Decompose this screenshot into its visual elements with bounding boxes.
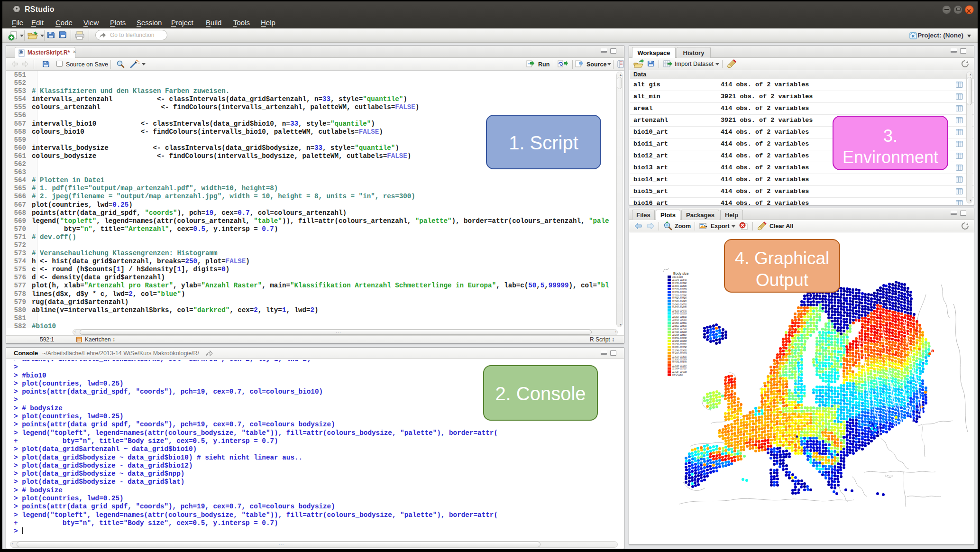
svg-text:under 21.13145: under 21.13145 xyxy=(672,276,683,278)
svg-text:22.01508 - 22.02881: 22.01508 - 22.02881 xyxy=(672,343,687,346)
svg-text:21.25150 - 21.26729: 21.25150 - 21.26729 xyxy=(672,288,687,291)
svg-text:22.18162 - 22.21629: 22.18162 - 22.21629 xyxy=(672,358,687,361)
svg-text:22.10748 - 22.14065: 22.10748 - 22.14065 xyxy=(672,349,687,352)
svg-text:22.14065 - 22.16219: 22.14065 - 22.16219 xyxy=(672,352,687,355)
svg-text:21.37406 - 21.42465: 21.37406 - 21.42465 xyxy=(672,300,687,303)
svg-text:21.32016 - 21.35942: 21.32016 - 21.35942 xyxy=(672,294,687,297)
svg-text:22.31604 - 22.37257: 22.31604 - 22.37257 xyxy=(672,367,687,370)
svg-text:22.02881 - 22.10748: 22.02881 - 22.10748 xyxy=(672,346,687,349)
svg-text:21.42465 - 21.43765: 21.42465 - 21.43765 xyxy=(672,303,687,306)
svg-text:21.13145 - 21.16736: 21.13145 - 21.16736 xyxy=(672,278,687,281)
svg-text:21.68306 - 21.74326: 21.68306 - 21.74326 xyxy=(672,327,687,330)
svg-text:22.16219 - 22.18162: 22.16219 - 22.18162 xyxy=(672,355,687,358)
svg-text:21.74326 - 21.82908: 21.74326 - 21.82908 xyxy=(672,331,687,333)
svg-text:21.55915 - 21.63530: 21.55915 - 21.63530 xyxy=(672,318,687,321)
svg-text:21.51519 - 21.55915: 21.51519 - 21.55915 xyxy=(672,315,687,318)
svg-text:21.65521 - 21.68306: 21.65521 - 21.68306 xyxy=(672,324,687,327)
svg-text:22.29158 - 22.31604: 22.29158 - 22.31604 xyxy=(672,364,687,367)
svg-text:21.26729 - 21.32016: 21.26729 - 21.32016 xyxy=(672,291,687,294)
svg-text:21.48235 - 21.49793: 21.48235 - 21.49793 xyxy=(672,309,687,312)
svg-text:21.43765 - 21.48235: 21.43765 - 21.48235 xyxy=(672,306,687,309)
svg-text:21.82908 - 21.88524: 21.82908 - 21.88524 xyxy=(672,333,687,336)
svg-text:22.37257 - 22.43368: 22.37257 - 22.43368 xyxy=(672,370,687,373)
svg-text:over 24.11829: over 24.11829 xyxy=(672,373,683,376)
svg-text:Body size: Body size xyxy=(673,271,689,276)
svg-text:21.63530 - 21.65521: 21.63530 - 21.65521 xyxy=(672,322,687,324)
svg-text:21.49793 - 21.51519: 21.49793 - 21.51519 xyxy=(672,312,687,315)
svg-text:R: R xyxy=(20,50,23,55)
svg-text:R: R xyxy=(912,34,915,38)
svg-text:21.92698 - 22.01508: 21.92698 - 22.01508 xyxy=(672,340,687,342)
svg-text:21.18942 - 21.25150: 21.18942 - 21.25150 xyxy=(672,285,687,287)
svg-text:21.16736 - 21.18942: 21.16736 - 21.18942 xyxy=(672,282,687,285)
svg-text:22.21629 - 22.29158: 22.21629 - 22.29158 xyxy=(672,361,687,364)
svg-text:21.88524 - 21.92698: 21.88524 - 21.92698 xyxy=(672,337,687,340)
svg-text:21.35942 - 21.37406: 21.35942 - 21.37406 xyxy=(672,297,687,300)
